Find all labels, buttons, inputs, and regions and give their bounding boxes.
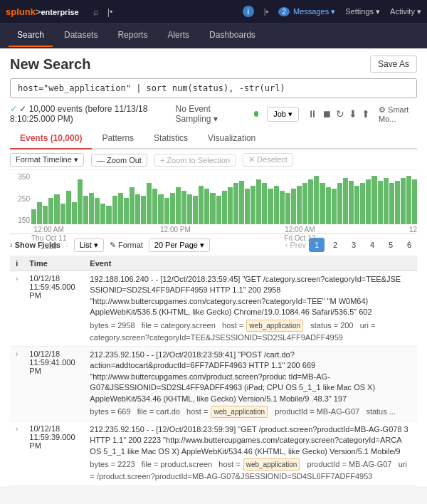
chart-bar[interactable] <box>378 181 383 224</box>
zoom-selection-button[interactable]: + Zoom to Selection <box>154 154 236 167</box>
chart-bar[interactable] <box>66 191 71 224</box>
expand-cell-1[interactable]: › <box>10 271 23 347</box>
chart-bar[interactable] <box>48 198 53 224</box>
tab-statistics[interactable]: Statistics <box>144 128 198 149</box>
job-button[interactable]: Job ▾ <box>267 107 299 122</box>
chart-bar[interactable] <box>406 176 411 224</box>
chart-bar[interactable] <box>297 186 302 224</box>
print-icon[interactable]: ⬇ <box>349 108 357 120</box>
expand-cell-2[interactable]: › <box>10 347 23 421</box>
chart-bar[interactable] <box>100 204 105 224</box>
chart-bar[interactable] <box>158 194 163 224</box>
chart-bar[interactable] <box>360 183 365 224</box>
chart-bar[interactable] <box>199 186 204 224</box>
settings-menu[interactable]: Settings ▾ <box>345 7 380 16</box>
chart-bar[interactable] <box>31 209 36 224</box>
nav-search[interactable]: Search <box>9 24 53 47</box>
chart-bar[interactable] <box>337 183 342 224</box>
chart-bar[interactable] <box>37 202 42 224</box>
chart-bar[interactable] <box>193 196 198 224</box>
chart-bar[interactable] <box>54 194 59 224</box>
pause-icon[interactable]: ⏸ <box>307 108 317 120</box>
refresh-icon[interactable]: ↻ <box>336 108 344 120</box>
nav-reports[interactable]: Reports <box>109 24 156 47</box>
search-input[interactable] <box>18 83 409 93</box>
expand-cell-3[interactable]: › <box>10 421 23 486</box>
chart-bar[interactable] <box>228 187 233 224</box>
chart-bar[interactable] <box>308 179 313 224</box>
chart-bar[interactable] <box>118 193 123 224</box>
chart-bar[interactable] <box>60 204 65 224</box>
nav-dashboards[interactable]: Dashboards <box>201 24 264 47</box>
chart-bar[interactable] <box>256 179 261 224</box>
nav-datasets[interactable]: Datasets <box>56 24 106 47</box>
chart-bar[interactable] <box>106 206 111 224</box>
chart-bar[interactable] <box>274 186 279 224</box>
chart-bar[interactable] <box>245 189 250 224</box>
chart-bar[interactable] <box>164 198 169 224</box>
chart-bar[interactable] <box>326 187 331 224</box>
chart-bar[interactable] <box>251 186 255 224</box>
chart-bar[interactable] <box>147 183 152 224</box>
chart-bar[interactable] <box>187 194 192 224</box>
deselect-button[interactable]: ✕ Deselect <box>243 153 293 167</box>
chart-bar[interactable] <box>302 183 307 224</box>
nav-alerts[interactable]: Alerts <box>159 24 198 47</box>
chart-bar[interactable] <box>89 193 94 224</box>
smart-mode-button[interactable]: ⚙ Smart Mo... <box>379 105 417 123</box>
chart-bar[interactable] <box>78 179 83 224</box>
chart-bar[interactable] <box>412 179 417 224</box>
save-as-button[interactable]: Save As <box>370 56 417 73</box>
chart-bar[interactable] <box>112 196 117 224</box>
chart-bar[interactable] <box>176 187 181 224</box>
chart-bar[interactable] <box>366 179 371 224</box>
chart-bar[interactable] <box>371 176 376 224</box>
chart-bar[interactable] <box>181 191 186 224</box>
chart-bar[interactable] <box>384 178 389 224</box>
export-icon[interactable]: ⬆ <box>362 108 370 120</box>
format-timeline-button[interactable]: Format Timeline ▾ <box>10 153 84 167</box>
event-sampling-menu[interactable]: No Event Sampling <box>176 104 238 124</box>
tab-events[interactable]: Events (10,000) <box>10 128 92 149</box>
chart-bar[interactable] <box>72 202 77 224</box>
tab-patterns[interactable]: Patterns <box>92 128 144 149</box>
chart-bar[interactable] <box>135 194 140 224</box>
chart-bar[interactable] <box>332 189 337 224</box>
chart-bar[interactable] <box>83 196 88 224</box>
chart-bar[interactable] <box>314 176 319 224</box>
info-icon[interactable]: i <box>243 6 254 17</box>
chart-bar[interactable] <box>216 196 221 224</box>
chart-bar[interactable] <box>354 186 359 224</box>
chart-bar[interactable] <box>233 183 238 224</box>
tab-visualization[interactable]: Visualization <box>198 128 265 149</box>
chart-bar[interactable] <box>95 198 100 224</box>
chart-bar[interactable] <box>204 189 209 224</box>
chart-bar[interactable] <box>343 178 348 224</box>
chart-bar[interactable] <box>401 178 406 224</box>
chart-bar[interactable] <box>141 196 146 224</box>
chart-bar[interactable] <box>124 198 129 224</box>
chart-bar[interactable] <box>349 181 354 224</box>
chart-bar[interactable] <box>389 183 394 224</box>
activity-menu[interactable]: Activity ▾ <box>390 7 421 16</box>
chart-bar[interactable] <box>268 189 273 224</box>
chart-bar[interactable] <box>130 187 135 224</box>
chart-bar[interactable] <box>222 191 227 224</box>
chart-y-labels: 350 250 150 <box>10 173 30 224</box>
chart-bar[interactable] <box>152 189 157 224</box>
code-icon[interactable]: |• <box>264 7 269 16</box>
chart-bar[interactable] <box>43 206 48 224</box>
messages-menu[interactable]: 2 Messages ▾ <box>278 7 335 16</box>
chart-bar[interactable] <box>280 191 285 224</box>
chart-bar[interactable] <box>320 183 325 224</box>
zoom-out-button[interactable]: — Zoom Out <box>91 154 147 167</box>
chart-bar[interactable] <box>239 181 244 224</box>
stop-icon[interactable]: ⏹ <box>322 108 332 120</box>
chart-bar[interactable] <box>395 181 400 224</box>
chart-bar[interactable] <box>210 193 215 224</box>
search-icon[interactable]: ⌕ <box>93 6 99 17</box>
chart-bar[interactable] <box>285 193 290 224</box>
chart-bar[interactable] <box>170 193 175 224</box>
chart-bar[interactable] <box>262 183 267 224</box>
chart-bar[interactable] <box>291 189 296 224</box>
